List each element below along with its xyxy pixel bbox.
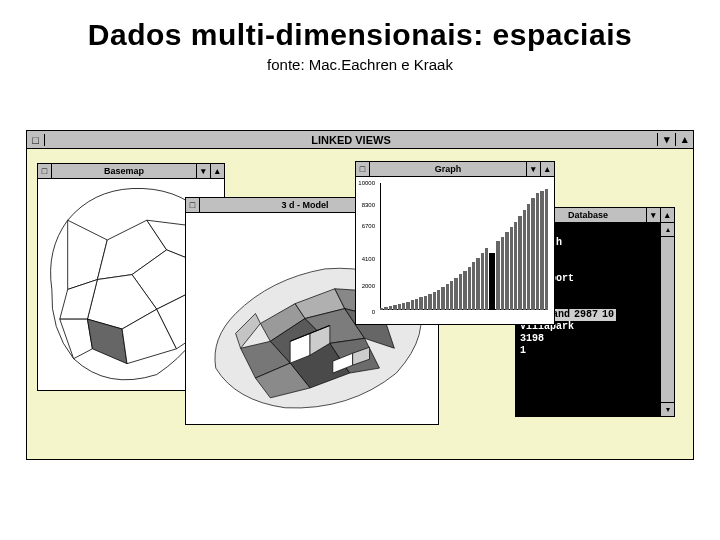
bar (389, 306, 392, 310)
bar (501, 237, 504, 310)
slide-title: Dados multi-dimensionais: espaciais (0, 18, 720, 52)
maximize-icon[interactable]: ▴ (660, 208, 674, 222)
bar (523, 210, 526, 310)
y-tick-label: 10000 (356, 180, 378, 186)
bar (463, 271, 466, 310)
graph-window[interactable]: □ Graph ▾ ▴ 0200041006700830010000 (355, 161, 555, 325)
bar (527, 204, 530, 310)
minimize-icon[interactable]: ▾ (646, 208, 660, 222)
linked-views-titlebar[interactable]: □ LINKED VIEWS ▾ ▴ (27, 131, 693, 149)
y-tick-label: 8300 (356, 202, 378, 208)
bar (485, 248, 488, 310)
bar (536, 193, 539, 310)
bar (450, 281, 453, 310)
bar (393, 305, 396, 310)
bar (380, 308, 383, 310)
bar (545, 189, 548, 310)
database-scrollbar[interactable]: ▴ ▾ (660, 223, 674, 416)
y-tick-label: 6700 (356, 223, 378, 229)
graph-titlebar[interactable]: □ Graph ▾ ▴ (356, 162, 554, 177)
scroll-down-icon[interactable]: ▾ (661, 402, 674, 416)
bar (540, 191, 543, 310)
basemap-titlebar[interactable]: □ Basemap ▾ ▴ (38, 164, 224, 179)
minimize-icon[interactable]: ▾ (196, 164, 210, 178)
bar (433, 292, 436, 310)
y-tick-label: 0 (356, 309, 378, 315)
bar (419, 297, 422, 310)
bar (459, 274, 462, 310)
y-tick-label: 4100 (356, 256, 378, 262)
linked-views-title: LINKED VIEWS (45, 134, 657, 146)
bar (437, 290, 440, 310)
maximize-icon[interactable]: ▴ (675, 133, 693, 146)
bar (446, 284, 449, 310)
bar (415, 299, 418, 310)
graph-bars (380, 183, 548, 310)
maximize-icon[interactable]: ▴ (540, 162, 554, 176)
bar (510, 227, 513, 310)
bar (454, 278, 457, 310)
bar (476, 258, 479, 310)
sysmenu-icon[interactable]: □ (356, 162, 370, 176)
maximize-icon[interactable]: ▴ (210, 164, 224, 178)
minimize-icon[interactable]: ▾ (657, 133, 675, 146)
workspace: □ Basemap ▾ ▴ (27, 149, 693, 459)
table-row[interactable]: 1 (520, 345, 656, 357)
bar (505, 232, 508, 310)
sysmenu-icon[interactable]: □ (27, 134, 45, 146)
bar (441, 287, 444, 310)
bar (411, 300, 414, 310)
table-row[interactable]: 3198 (520, 333, 656, 345)
minimize-icon[interactable]: ▾ (526, 162, 540, 176)
bar (428, 294, 431, 310)
linked-views-window: □ LINKED VIEWS ▾ ▴ □ Basemap ▾ ▴ (26, 130, 694, 460)
bar (514, 222, 517, 310)
table-row[interactable]: 10 (600, 309, 616, 321)
bar (481, 253, 484, 310)
bar (496, 241, 499, 310)
bar (384, 307, 387, 310)
bar (398, 304, 401, 310)
bar (424, 296, 427, 310)
graph-canvas[interactable]: 0200041006700830010000 (356, 177, 554, 324)
bar (531, 198, 534, 310)
scroll-up-icon[interactable]: ▴ (661, 223, 674, 237)
graph-title: Graph (370, 164, 526, 174)
slide-subtitle: fonte: Mac.Eachren e Kraak (0, 56, 720, 73)
sysmenu-icon[interactable]: □ (38, 164, 52, 178)
table-row[interactable]: 2987 (572, 309, 600, 321)
sysmenu-icon[interactable]: □ (186, 198, 200, 212)
bar (472, 262, 475, 310)
bar (518, 216, 521, 310)
bar (489, 253, 495, 310)
bar (406, 302, 409, 310)
y-tick-label: 2000 (356, 283, 378, 289)
basemap-title: Basemap (52, 166, 196, 176)
bar (402, 303, 405, 310)
bar (468, 267, 471, 310)
